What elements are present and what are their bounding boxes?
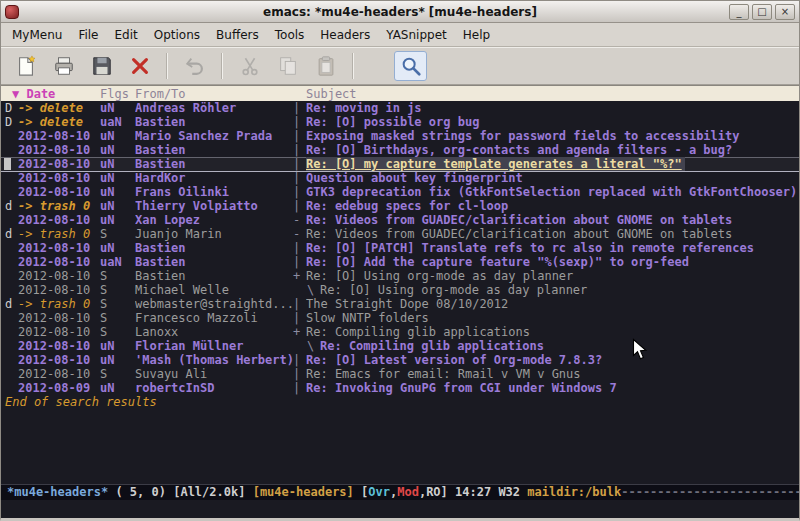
row-flags: uN xyxy=(100,213,135,227)
cut-button[interactable] xyxy=(233,51,266,81)
mode-line[interactable]: *mu4e-headers* ( 5, 0) [All/2.0k] [mu4e-… xyxy=(1,484,799,500)
row-date: 2012-08-10 xyxy=(18,213,100,227)
menu-item-mymenu[interactable]: MyMenu xyxy=(4,24,70,46)
row-subject: Re: edebug specs for cl-loop xyxy=(306,199,799,213)
row-subject: Re: [O] Birthdays, org-contacts and agen… xyxy=(306,143,799,157)
message-row[interactable]: 2012-08-10 S Suvayu Ali | Re: Emacs for … xyxy=(1,367,799,381)
row-from: Thierry Volpiatto xyxy=(135,199,293,213)
row-subject: Re: [O] Add the capture feature "%(sexp)… xyxy=(306,255,799,269)
save-button[interactable] xyxy=(85,51,118,81)
message-row[interactable]: d -> trash 0 uN Thierry Volpiatto | Re: … xyxy=(1,199,799,213)
menu-item-options[interactable]: Options xyxy=(146,24,208,46)
column-header-from[interactable]: From/To xyxy=(135,86,293,101)
message-row[interactable]: 2012-08-10 uN Mario Sanchez Prada | Expo… xyxy=(1,129,799,143)
row-mark xyxy=(5,283,18,297)
row-flags: S xyxy=(100,297,135,311)
row-date: -> trash 0 xyxy=(18,227,100,241)
maximize-button[interactable]: □ xyxy=(752,4,772,20)
message-row[interactable]: 2012-08-10 uN Bastien | Re: [O] my captu… xyxy=(1,157,799,171)
column-header-date[interactable]: ▼ Date xyxy=(5,86,100,101)
menu-item-help[interactable]: Help xyxy=(455,24,498,46)
message-row[interactable]: 2012-08-10 uN 'Mash (Thomas Herbert) | R… xyxy=(1,353,799,367)
message-row[interactable]: 2012-08-10 S Michael Welle \ Re: [O] Usi… xyxy=(1,283,799,297)
row-thread-sep: - xyxy=(293,227,306,241)
row-subject: Re: Compiling glib applications xyxy=(306,325,799,339)
row-mark xyxy=(5,255,18,269)
paste-icon xyxy=(315,55,337,77)
message-row[interactable]: d -> trash 0 S webmaster@straightd... | … xyxy=(1,297,799,311)
row-mark xyxy=(5,185,18,199)
message-row[interactable]: D -> delete uaN Bastien | Re: [O] possib… xyxy=(1,115,799,129)
row-from: Bastien xyxy=(135,157,293,171)
row-mark xyxy=(5,367,18,381)
message-row[interactable]: 2012-08-10 uaN Bastien | Re: [O] Add the… xyxy=(1,255,799,269)
column-header-subject[interactable]: Subject xyxy=(306,86,357,101)
undo-icon xyxy=(184,55,206,77)
row-flags: S xyxy=(100,283,135,297)
message-row[interactable]: 2012-08-09 uN robertcInSD | Re: Invoking… xyxy=(1,381,799,395)
menu-item-yasnippet[interactable]: YASnippet xyxy=(378,24,455,46)
row-subject: Question about key fingerprint xyxy=(306,171,799,185)
menu-item-tools[interactable]: Tools xyxy=(267,24,313,46)
print-button[interactable] xyxy=(47,51,80,81)
row-date: 2012-08-10 xyxy=(18,311,100,325)
row-mark xyxy=(5,213,18,227)
row-mark xyxy=(5,311,18,325)
minimize-button[interactable]: _ xyxy=(729,4,749,20)
close-window-button[interactable]: × xyxy=(775,4,795,20)
row-subject: Re: Emacs for email: Rmail v VM v Gnus xyxy=(306,367,799,381)
new-file-button[interactable] xyxy=(9,51,42,81)
window-title: emacs: *mu4e-headers* [mu4e-headers] xyxy=(1,5,799,19)
row-mark xyxy=(5,269,18,283)
undo-button[interactable] xyxy=(178,51,211,81)
message-row[interactable]: 2012-08-10 uN Bastien | Re: [O] Birthday… xyxy=(1,143,799,157)
close-icon xyxy=(129,55,151,77)
row-subject: Re: Invoking GnuPG from CGI under Window… xyxy=(306,381,799,395)
new-file-icon xyxy=(15,55,37,77)
menu-item-file[interactable]: File xyxy=(70,24,106,46)
menu-item-buffers[interactable]: Buffers xyxy=(208,24,267,46)
message-row[interactable]: 2012-08-10 S Bastien + Re: [O] Using org… xyxy=(1,269,799,283)
row-date: 2012-08-10 xyxy=(18,367,100,381)
row-date: 2012-08-10 xyxy=(18,353,100,367)
mode-line-segment: [All/2.0k] xyxy=(173,485,252,499)
paste-button[interactable] xyxy=(309,51,342,81)
emacs-window: emacs: *mu4e-headers* [mu4e-headers] _ □… xyxy=(0,0,800,521)
row-date: 2012-08-09 xyxy=(18,381,100,395)
row-date: -> trash 0 xyxy=(18,199,100,213)
column-header-flags[interactable]: Flgs xyxy=(100,86,135,101)
message-row[interactable]: D -> delete uN Andreas Röhler | Re: movi… xyxy=(1,101,799,115)
row-mark xyxy=(5,241,18,255)
message-row[interactable]: d -> trash 0 S Juanjo Marin - Re: Videos… xyxy=(1,227,799,241)
menu-item-edit[interactable]: Edit xyxy=(107,24,146,46)
row-date: -> delete xyxy=(18,101,100,115)
menu-item-headers[interactable]: Headers xyxy=(312,24,378,46)
row-subject: The Straight Dope 08/10/2012 xyxy=(306,297,799,311)
message-row[interactable]: 2012-08-10 S Francesco Mazzoli | Slow NN… xyxy=(1,311,799,325)
mode-line-segment: RO xyxy=(426,485,440,499)
row-flags: uN xyxy=(100,353,135,367)
row-thread-sep: | xyxy=(293,311,306,325)
copy-button[interactable] xyxy=(271,51,304,81)
message-row[interactable]: 2012-08-10 uN Bastien | Re: [O] [PATCH] … xyxy=(1,241,799,255)
row-flags: uaN xyxy=(100,255,135,269)
echo-area[interactable] xyxy=(1,500,799,518)
message-row[interactable]: 2012-08-10 uN Florian Müllner \ Re: Comp… xyxy=(1,339,799,353)
row-flags: uN xyxy=(100,381,135,395)
search-button[interactable] xyxy=(394,51,427,81)
row-mark xyxy=(5,129,18,143)
row-from: 'Mash (Thomas Herbert) xyxy=(135,353,293,367)
row-flags: uN xyxy=(100,101,135,115)
row-from: Bastien xyxy=(135,241,293,255)
row-thread-sep: - xyxy=(293,213,306,227)
row-from: Lanoxx xyxy=(135,325,293,339)
message-row[interactable]: 2012-08-10 uN HardKor | Question about k… xyxy=(1,171,799,185)
message-row[interactable]: 2012-08-10 S Lanoxx + Re: Compiling glib… xyxy=(1,325,799,339)
message-row[interactable]: 2012-08-10 uN Frans Oilinki | GTK3 depre… xyxy=(1,185,799,199)
row-date: 2012-08-10 xyxy=(18,339,100,353)
mode-line-segment: maildir:/bulk xyxy=(527,485,621,499)
row-mark xyxy=(5,157,18,171)
close-button[interactable] xyxy=(123,51,156,81)
message-row[interactable]: 2012-08-10 uN Xan Lopez - Re: Videos fro… xyxy=(1,213,799,227)
title-bar[interactable]: emacs: *mu4e-headers* [mu4e-headers] _ □… xyxy=(1,1,799,23)
